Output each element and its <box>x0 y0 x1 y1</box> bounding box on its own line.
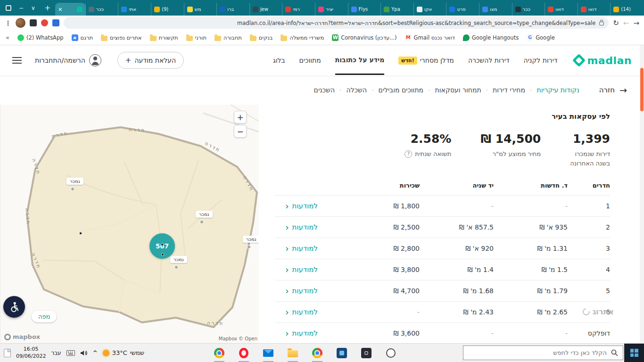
bookmark-hangouts[interactable]: Google Hangouts <box>463 34 519 41</box>
back-icon[interactable]: → <box>633 19 639 27</box>
accessibility-button[interactable] <box>3 296 25 318</box>
touch-keyboard-icon[interactable] <box>66 350 75 356</box>
map-marker-dot[interactable] <box>161 243 164 246</box>
language-indicator[interactable]: עבר <box>51 350 61 356</box>
listings-link[interactable]: למודעות‹ <box>285 244 318 253</box>
browser-tab[interactable]: Flys <box>348 3 381 16</box>
back-link[interactable]: → חזרה <box>599 85 627 95</box>
bookmark-translate[interactable]: אתרגם <box>72 34 93 41</box>
sold-marker[interactable]: נמכר <box>196 211 213 218</box>
bookmark-coronavirus[interactable]: WCoronavirus (עדכון...) <box>332 34 396 41</box>
url-text[interactable]: madlan.co.il/area-info/חדרה-ישראל?term=ח… <box>68 20 595 26</box>
browser-tab[interactable]: דואו <box>545 3 578 16</box>
tray-expand-icon[interactable]: ^ <box>93 350 98 356</box>
browser-tab-active[interactable]: × <box>55 3 85 16</box>
map-attribution[interactable]: Mapbox © Open <box>219 336 257 341</box>
sold-marker[interactable]: נמכר <box>170 256 187 263</box>
taskbar-cortana[interactable] <box>383 344 398 362</box>
bookmark-folder-banks[interactable]: בנקים <box>250 34 273 41</box>
tray-doc-icon[interactable] <box>4 349 11 357</box>
section-link-neighbors[interactable]: השכנים <box>314 86 335 94</box>
forward-icon[interactable]: ← <box>623 19 629 27</box>
taskbar-mail[interactable] <box>261 344 276 362</box>
address-bar[interactable]: madlan.co.il/area-info/חדרה-ישראל?term=ח… <box>64 17 609 29</box>
zoom-out-button[interactable]: − <box>234 125 247 138</box>
browser-tab[interactable]: ברו <box>216 3 249 16</box>
nav-item-commercial[interactable]: חדש! מדלן מסחרי <box>398 47 454 74</box>
browser-tab[interactable]: דואו <box>578 3 611 16</box>
taskbar-app-dark[interactable] <box>359 344 374 362</box>
bookmark-folder-communication[interactable]: תקשורת <box>150 34 178 41</box>
signin-button[interactable]: הרשמה/התחברות <box>35 54 101 66</box>
bookmark-folder-transport[interactable]: תחבורה <box>215 34 242 41</box>
hamburger-menu-icon[interactable] <box>12 57 22 64</box>
extension-icon[interactable] <box>41 19 48 26</box>
browser-tab[interactable]: jew <box>249 3 282 16</box>
listings-link[interactable]: למודעות‹ <box>285 287 318 296</box>
browser-tab[interactable]: ככר <box>512 3 545 16</box>
help-icon[interactable]: ? <box>405 150 412 158</box>
taskbar-chrome-secondary[interactable] <box>310 344 325 362</box>
sold-marker[interactable]: נמכר <box>243 236 259 243</box>
new-tab-button[interactable]: + <box>42 2 53 14</box>
scrollbar-thumb[interactable] <box>640 68 644 111</box>
sold-marker[interactable]: נמכר <box>66 178 83 185</box>
browser-tab[interactable]: אתי <box>118 3 151 16</box>
browser-tab[interactable]: רמי <box>282 3 315 16</box>
listings-link[interactable]: למודעות‹ <box>285 265 318 274</box>
map-marker-dot[interactable] <box>161 253 164 256</box>
taskbar-clock[interactable]: 16:05 09/06/2022 <box>16 346 46 360</box>
listings-link[interactable]: למודעות‹ <box>285 202 318 211</box>
speaker-icon[interactable] <box>80 350 88 356</box>
window-restore-icon[interactable] <box>6 5 11 11</box>
browser-tab[interactable]: פרט <box>446 3 479 16</box>
post-listing-button[interactable]: + העלאת מודעה <box>117 52 184 69</box>
madlan-logo[interactable]: madlan <box>574 55 632 66</box>
section-link-top-agents[interactable]: מתווכים מובילים <box>379 86 424 94</box>
page-scrollbar[interactable] <box>640 45 644 343</box>
map[interactable]: חדרה חדרה חדרה חדרה חדרה חדרה חדרה חדרה … <box>0 105 259 343</box>
bookmark-google[interactable]: GGoogle <box>527 34 555 41</box>
section-link-apartment-prices[interactable]: מחירי דירות <box>493 86 525 94</box>
bookmark-folder-torani[interactable]: תורני <box>186 34 206 41</box>
taskbar-opera[interactable] <box>236 344 251 362</box>
tab-search-icon[interactable]: ∨ <box>31 5 35 11</box>
bookmark-folder-government[interactable]: משרדי ממשלה <box>281 34 324 41</box>
browser-tab[interactable]: Ypa <box>380 3 413 16</box>
start-button[interactable] <box>624 344 644 362</box>
bookmark-folder-popular-sites[interactable]: אתרים נפוצים <box>101 34 142 41</box>
browser-tab[interactable]: יציר <box>315 3 348 16</box>
nav-item-buy[interactable]: דירות לקניה <box>524 47 558 74</box>
nav-item-agents[interactable]: מתווכים <box>299 47 321 74</box>
weather-widget[interactable]: 33°C שמשי <box>103 349 144 356</box>
bookmark-whatsapp[interactable]: (2) WhatsApp <box>17 34 64 41</box>
reload-icon[interactable]: ↻ <box>613 19 619 27</box>
tab-close-icon[interactable]: × <box>58 6 63 13</box>
zoom-in-button[interactable]: + <box>234 111 247 123</box>
mapbox-logo[interactable]: mapbox <box>4 333 40 340</box>
nav-item-blog[interactable]: בלוג <box>273 47 285 74</box>
nav-item-rent[interactable]: דירות להשכרה <box>468 47 510 74</box>
browser-tab[interactable]: מש <box>184 3 217 16</box>
extension-icon[interactable] <box>30 19 37 26</box>
browser-menu-icon[interactable]: ⋮ <box>5 19 11 27</box>
bookmark-gmail-inbox[interactable]: Mדואר נכנס Gmail <box>405 34 455 41</box>
browser-tab[interactable]: (14) <box>610 3 643 16</box>
section-link-education[interactable]: השכלה <box>347 86 367 94</box>
taskbar-chrome[interactable] <box>212 344 227 362</box>
browser-tab[interactable]: ככר <box>85 3 118 16</box>
bookmarks-overflow-icon[interactable]: « <box>6 34 9 41</box>
map-marker-dot[interactable] <box>79 232 82 235</box>
map-toggle-button[interactable]: מפה <box>32 311 57 322</box>
section-link-pricing-deals[interactable]: תמחור ועסקאות <box>435 86 481 94</box>
browser-tab[interactable]: אקו <box>413 3 446 16</box>
taskbar-photos[interactable] <box>334 344 349 362</box>
browser-tab[interactable]: מצו <box>479 3 512 16</box>
window-minimize-icon[interactable]: − <box>19 5 24 11</box>
taskbar-file-explorer[interactable] <box>285 344 300 362</box>
nav-item-address-info[interactable]: מידע על כתובות <box>335 46 385 75</box>
lock-icon[interactable] <box>599 22 604 25</box>
taskbar-search-input[interactable] <box>468 349 607 356</box>
profile-avatar[interactable] <box>16 18 25 28</box>
extension-icon[interactable] <box>52 19 59 26</box>
